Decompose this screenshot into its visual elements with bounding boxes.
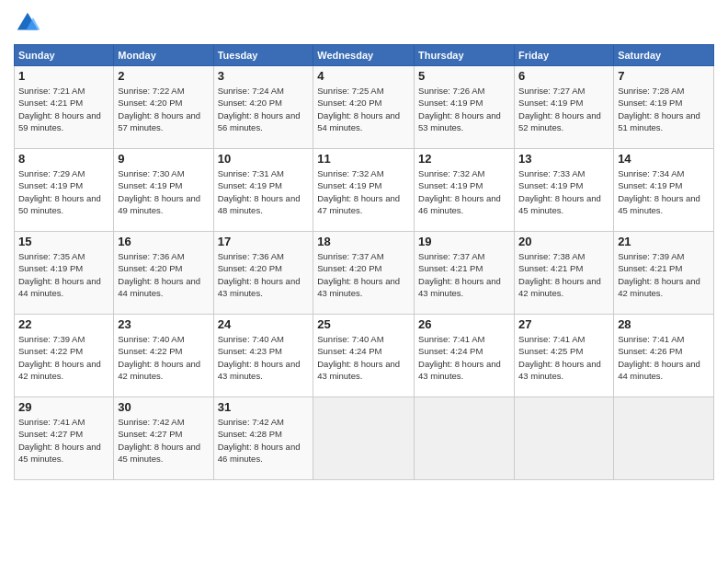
day-number: 20 bbox=[518, 235, 609, 248]
calendar-cell: 11 Sunrise: 7:32 AM Sunset: 4:19 PM Dayl… bbox=[313, 149, 415, 232]
day-number: 28 bbox=[618, 317, 710, 331]
calendar-header-row: SundayMondayTuesdayWednesdayThursdayFrid… bbox=[15, 45, 714, 66]
day-info: Sunrise: 7:31 AM Sunset: 4:19 PM Dayligh… bbox=[218, 167, 310, 216]
header-friday: Friday bbox=[515, 45, 614, 66]
day-info: Sunrise: 7:34 AM Sunset: 4:19 PM Dayligh… bbox=[618, 167, 710, 216]
day-number: 29 bbox=[18, 400, 109, 414]
day-number: 16 bbox=[118, 235, 209, 248]
calendar-cell: 17 Sunrise: 7:36 AM Sunset: 4:20 PM Dayl… bbox=[213, 232, 313, 315]
calendar-cell: 2 Sunrise: 7:22 AM Sunset: 4:20 PM Dayli… bbox=[114, 66, 213, 149]
day-number: 13 bbox=[518, 152, 609, 166]
day-number: 25 bbox=[317, 317, 410, 331]
calendar-cell: 8 Sunrise: 7:29 AM Sunset: 4:19 PM Dayli… bbox=[15, 149, 114, 232]
day-info: Sunrise: 7:36 AM Sunset: 4:20 PM Dayligh… bbox=[118, 250, 209, 299]
day-info: Sunrise: 7:30 AM Sunset: 4:19 PM Dayligh… bbox=[118, 167, 209, 216]
calendar-cell bbox=[515, 397, 614, 480]
day-number: 6 bbox=[518, 69, 609, 83]
calendar-cell: 23 Sunrise: 7:40 AM Sunset: 4:22 PM Dayl… bbox=[114, 315, 213, 397]
day-number: 17 bbox=[218, 235, 310, 248]
day-number: 8 bbox=[18, 152, 109, 166]
day-info: Sunrise: 7:38 AM Sunset: 4:21 PM Dayligh… bbox=[518, 250, 609, 299]
calendar-week-2: 8 Sunrise: 7:29 AM Sunset: 4:19 PM Dayli… bbox=[15, 149, 714, 232]
day-number: 5 bbox=[418, 69, 510, 83]
calendar-cell: 10 Sunrise: 7:31 AM Sunset: 4:19 PM Dayl… bbox=[213, 149, 313, 232]
day-info: Sunrise: 7:21 AM Sunset: 4:21 PM Dayligh… bbox=[18, 85, 109, 133]
day-number: 4 bbox=[317, 69, 410, 83]
logo-icon bbox=[14, 9, 41, 37]
calendar-cell: 12 Sunrise: 7:32 AM Sunset: 4:19 PM Dayl… bbox=[415, 149, 515, 232]
header-sunday: Sunday bbox=[15, 45, 114, 66]
day-info: Sunrise: 7:40 AM Sunset: 4:24 PM Dayligh… bbox=[317, 333, 410, 382]
calendar-cell: 5 Sunrise: 7:26 AM Sunset: 4:19 PM Dayli… bbox=[415, 66, 515, 149]
day-number: 19 bbox=[418, 235, 510, 248]
calendar-cell: 21 Sunrise: 7:39 AM Sunset: 4:21 PM Dayl… bbox=[614, 232, 714, 315]
day-number: 31 bbox=[218, 400, 310, 414]
day-info: Sunrise: 7:42 AM Sunset: 4:27 PM Dayligh… bbox=[118, 416, 209, 465]
calendar-cell: 9 Sunrise: 7:30 AM Sunset: 4:19 PM Dayli… bbox=[114, 149, 213, 232]
day-info: Sunrise: 7:35 AM Sunset: 4:19 PM Dayligh… bbox=[18, 250, 109, 299]
calendar-cell: 20 Sunrise: 7:38 AM Sunset: 4:21 PM Dayl… bbox=[515, 232, 614, 315]
day-number: 15 bbox=[18, 235, 109, 248]
calendar-cell: 30 Sunrise: 7:42 AM Sunset: 4:27 PM Dayl… bbox=[114, 397, 213, 480]
calendar-cell bbox=[614, 397, 714, 480]
day-info: Sunrise: 7:22 AM Sunset: 4:20 PM Dayligh… bbox=[118, 85, 209, 133]
header-saturday: Saturday bbox=[614, 45, 714, 66]
header-tuesday: Tuesday bbox=[213, 45, 313, 66]
day-number: 18 bbox=[317, 235, 410, 248]
calendar-cell: 24 Sunrise: 7:40 AM Sunset: 4:23 PM Dayl… bbox=[213, 315, 313, 397]
day-number: 21 bbox=[618, 235, 710, 248]
day-number: 2 bbox=[118, 69, 209, 83]
day-number: 14 bbox=[618, 152, 710, 166]
calendar-week-4: 22 Sunrise: 7:39 AM Sunset: 4:22 PM Dayl… bbox=[15, 315, 714, 397]
day-info: Sunrise: 7:32 AM Sunset: 4:19 PM Dayligh… bbox=[418, 167, 510, 216]
calendar-week-1: 1 Sunrise: 7:21 AM Sunset: 4:21 PM Dayli… bbox=[15, 66, 714, 149]
calendar-week-3: 15 Sunrise: 7:35 AM Sunset: 4:19 PM Dayl… bbox=[15, 232, 714, 315]
logo bbox=[14, 9, 45, 37]
calendar-cell bbox=[415, 397, 515, 480]
day-info: Sunrise: 7:42 AM Sunset: 4:28 PM Dayligh… bbox=[218, 416, 310, 465]
header-wednesday: Wednesday bbox=[313, 45, 415, 66]
calendar-cell: 1 Sunrise: 7:21 AM Sunset: 4:21 PM Dayli… bbox=[15, 66, 114, 149]
header bbox=[14, 9, 714, 37]
day-info: Sunrise: 7:40 AM Sunset: 4:23 PM Dayligh… bbox=[218, 333, 310, 382]
calendar-cell: 27 Sunrise: 7:41 AM Sunset: 4:25 PM Dayl… bbox=[515, 315, 614, 397]
calendar-cell: 22 Sunrise: 7:39 AM Sunset: 4:22 PM Dayl… bbox=[15, 315, 114, 397]
calendar-cell: 13 Sunrise: 7:33 AM Sunset: 4:19 PM Dayl… bbox=[515, 149, 614, 232]
day-info: Sunrise: 7:28 AM Sunset: 4:19 PM Dayligh… bbox=[618, 85, 710, 133]
day-info: Sunrise: 7:36 AM Sunset: 4:20 PM Dayligh… bbox=[218, 250, 310, 299]
day-number: 7 bbox=[618, 69, 710, 83]
day-number: 9 bbox=[118, 152, 209, 166]
day-info: Sunrise: 7:41 AM Sunset: 4:25 PM Dayligh… bbox=[518, 333, 609, 382]
day-number: 24 bbox=[218, 317, 310, 331]
day-number: 10 bbox=[218, 152, 310, 166]
page: SundayMondayTuesdayWednesdayThursdayFrid… bbox=[0, 0, 728, 563]
day-info: Sunrise: 7:29 AM Sunset: 4:19 PM Dayligh… bbox=[18, 167, 109, 216]
day-info: Sunrise: 7:33 AM Sunset: 4:19 PM Dayligh… bbox=[518, 167, 609, 216]
day-info: Sunrise: 7:39 AM Sunset: 4:22 PM Dayligh… bbox=[18, 333, 109, 382]
day-number: 3 bbox=[218, 69, 310, 83]
day-number: 11 bbox=[317, 152, 410, 166]
calendar-cell: 16 Sunrise: 7:36 AM Sunset: 4:20 PM Dayl… bbox=[114, 232, 213, 315]
calendar-cell: 18 Sunrise: 7:37 AM Sunset: 4:20 PM Dayl… bbox=[313, 232, 415, 315]
calendar-cell: 19 Sunrise: 7:37 AM Sunset: 4:21 PM Dayl… bbox=[415, 232, 515, 315]
day-number: 26 bbox=[418, 317, 510, 331]
calendar-cell: 29 Sunrise: 7:41 AM Sunset: 4:27 PM Dayl… bbox=[15, 397, 114, 480]
calendar-week-5: 29 Sunrise: 7:41 AM Sunset: 4:27 PM Dayl… bbox=[15, 397, 714, 480]
day-number: 22 bbox=[18, 317, 109, 331]
day-info: Sunrise: 7:32 AM Sunset: 4:19 PM Dayligh… bbox=[317, 167, 410, 216]
day-info: Sunrise: 7:27 AM Sunset: 4:19 PM Dayligh… bbox=[518, 85, 609, 133]
calendar-cell: 4 Sunrise: 7:25 AM Sunset: 4:20 PM Dayli… bbox=[313, 66, 415, 149]
day-info: Sunrise: 7:37 AM Sunset: 4:20 PM Dayligh… bbox=[317, 250, 410, 299]
calendar-cell: 15 Sunrise: 7:35 AM Sunset: 4:19 PM Dayl… bbox=[15, 232, 114, 315]
day-number: 12 bbox=[418, 152, 510, 166]
day-number: 1 bbox=[18, 69, 109, 83]
day-info: Sunrise: 7:41 AM Sunset: 4:24 PM Dayligh… bbox=[418, 333, 510, 382]
calendar-cell: 26 Sunrise: 7:41 AM Sunset: 4:24 PM Dayl… bbox=[415, 315, 515, 397]
header-monday: Monday bbox=[114, 45, 213, 66]
day-info: Sunrise: 7:41 AM Sunset: 4:27 PM Dayligh… bbox=[18, 416, 109, 465]
header-thursday: Thursday bbox=[415, 45, 515, 66]
calendar-cell bbox=[313, 397, 415, 480]
calendar-cell: 7 Sunrise: 7:28 AM Sunset: 4:19 PM Dayli… bbox=[614, 66, 714, 149]
day-info: Sunrise: 7:40 AM Sunset: 4:22 PM Dayligh… bbox=[118, 333, 209, 382]
calendar-cell: 6 Sunrise: 7:27 AM Sunset: 4:19 PM Dayli… bbox=[515, 66, 614, 149]
